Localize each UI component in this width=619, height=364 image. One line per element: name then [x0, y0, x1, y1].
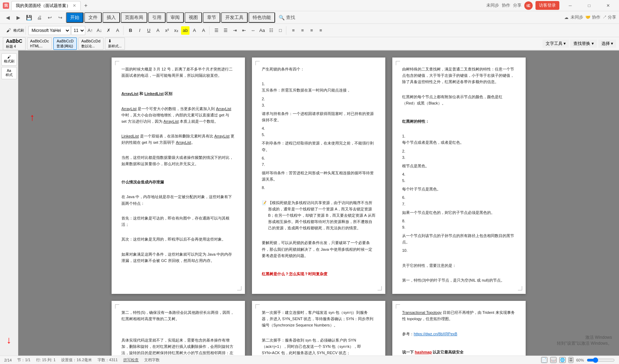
style-normal-web[interactable]: AaBbCcD 普通(网站)	[53, 38, 76, 50]
status-bar: 2/14 节：1/1 行: 15 列: 1 设置值：16.2毫米 字数：4311…	[0, 356, 619, 364]
font-color-button[interactable]: A	[113, 26, 122, 35]
bullet-list-button[interactable]: ☰	[212, 26, 221, 35]
search-label[interactable]: 查找	[286, 14, 295, 21]
page3-list9: 从一个节点到该节点的子孙节点的所有路径上包含相同数目的黑节点。	[402, 232, 516, 245]
corner-tl-3	[396, 61, 400, 65]
text-color-button[interactable]: A	[154, 26, 162, 35]
nav-back-button[interactable]: ◀	[3, 13, 13, 22]
style-new[interactable]: ⬇ 新样式...	[105, 38, 125, 50]
page2-p1: 产生死锁的条件有四个：	[262, 66, 375, 72]
italic-button[interactable]: I	[135, 26, 144, 35]
share-icon[interactable]: ↗ 分享	[603, 14, 616, 20]
page-3: 由树特殊的二叉查找树，满足普通二叉查找树的特性：任意一个节点包含的键值，大于等于…	[392, 58, 526, 294]
highlight-button[interactable]: ab	[181, 26, 189, 35]
spell-check[interactable]: 拼写检查	[123, 357, 139, 363]
select-button[interactable]: 选择 ▾	[598, 40, 616, 48]
minimize-button[interactable]: ─	[562, 1, 578, 11]
maximize-button[interactable]: □	[581, 1, 597, 11]
style-numbered[interactable]: AaBbCcDd 数以论...	[78, 38, 104, 50]
share-button[interactable]: 分享	[513, 2, 521, 8]
font-style-button[interactable]: A	[199, 26, 208, 35]
tab-close-icon[interactable]: ✕	[73, 3, 76, 8]
outline-view-button[interactable]: ☰	[568, 357, 573, 363]
new-tab-button[interactable]: +	[81, 1, 91, 10]
align-right-button[interactable]: ≡	[307, 26, 316, 35]
zoom-slider[interactable]	[587, 357, 615, 363]
menu-features[interactable]: 特色功能	[248, 12, 275, 23]
styles-panel[interactable]: Aa 样式	[1, 67, 17, 79]
page-view-button[interactable]: 📄	[541, 357, 547, 363]
increase-indent-button[interactable]: ⇥	[231, 26, 239, 35]
extra1-button[interactable]: Aa	[258, 26, 266, 35]
number-list-button[interactable]: ☰	[221, 26, 230, 35]
page-row-2: 第二，特性(5)，确保没有一条路径会比其他路径长出两倍，因而，红黑树相相对高度平…	[112, 301, 526, 356]
font-name-select[interactable]: Microsoft YaHei	[28, 26, 71, 35]
find-replace-button[interactable]: 查找替换 ▾	[570, 40, 597, 48]
format-brush-button[interactable]: 🖌	[4, 26, 13, 35]
page-4: 第二，特性(5)，确保没有一条路径会比其他路径长出两倍，因而，红黑树相相对高度平…	[112, 301, 245, 356]
document-tab[interactable]: 我的美团面经（面试题答案） ✕	[11, 1, 81, 10]
clear-format-button[interactable]: ✗	[104, 26, 113, 35]
search-icon: 🔍	[279, 15, 285, 20]
menu-insert[interactable]: 插入	[102, 12, 120, 23]
text-tool-button[interactable]: 文字工具 ▾	[543, 40, 569, 48]
page3-p1: 由树特殊的二叉查找树，满足普通二叉查找树的特性：任意一个节点包含的键值，大于等于…	[402, 66, 516, 85]
text-direction-button[interactable]: ↔	[249, 26, 257, 35]
menu-references[interactable]: 引用	[148, 12, 166, 23]
undo-button[interactable]: ↩	[45, 13, 55, 22]
web-view-button[interactable]: 🌐	[559, 357, 566, 363]
format-brush-label: 格式刷	[13, 28, 24, 33]
font-bg-button[interactable]: A	[190, 26, 199, 35]
page6-p2: 参考：https://dwz.cn/8bXRPexB	[402, 331, 516, 337]
style-heading4[interactable]: AaBbC 标题 4	[3, 37, 26, 50]
page1-p6: 首先：这些对象是可达的，即在有向图中，存在通路可以与其根活；	[121, 215, 235, 228]
page1-p1: 一面的时候大概是 3 月 12 号，距离了差不多半个月才突然进行二面面试者的电话…	[121, 66, 235, 79]
zoom-level: 60%	[576, 358, 584, 362]
note-icon: 📝	[262, 200, 267, 206]
page4-p2: 具体实现代码这里就不了，实现起来，需要包含的基本操作有增加，删除和旋转，在对红黑…	[121, 337, 235, 356]
menu-file[interactable]: 文件	[84, 12, 102, 23]
bold-button[interactable]: B	[126, 26, 135, 35]
menu-view[interactable]: 视图	[185, 12, 202, 23]
underline-button[interactable]: U	[145, 26, 153, 35]
list-section: ☰ ☰ ⇥ ⇤ ↔ Aa ☷ □	[211, 26, 286, 35]
coop-icon[interactable]: 🤝 协作	[585, 14, 600, 20]
font-shrink-button[interactable]: A↓	[95, 26, 104, 35]
style-html[interactable]: AaBbCcDc HTML...	[27, 38, 52, 49]
format-brush-panel[interactable]: 🖌 格式刷	[1, 53, 17, 66]
page3-list10: 10.	[402, 247, 516, 254]
menu-devtools[interactable]: 开发工具	[221, 12, 248, 23]
redo-button[interactable]: ↪	[55, 13, 65, 22]
page2-list1: 1.互斥条件：所需互斥数据在某一时间内只能点连接，	[262, 81, 375, 93]
align-justify-button[interactable]: ≡	[317, 26, 325, 35]
visitor-login-button[interactable]: 访客登录	[535, 1, 559, 10]
corner-br-3	[518, 286, 522, 290]
superscript-button[interactable]: x²	[163, 26, 171, 35]
save-button[interactable]: 💾	[24, 13, 34, 22]
extra3-button[interactable]: □	[276, 26, 285, 35]
close-button[interactable]: ✕	[600, 1, 616, 11]
subscript-button[interactable]: x₂	[172, 26, 180, 35]
decrease-indent-button[interactable]: ⇤	[240, 26, 248, 35]
font-size-select[interactable]: 11	[71, 26, 85, 35]
menu-review[interactable]: 审阅	[166, 12, 184, 23]
align-center-button[interactable]: ≡	[298, 26, 307, 35]
menu-start[interactable]: 开始	[66, 12, 84, 23]
print-button[interactable]: 🖨	[34, 13, 44, 22]
menu-bar: ◀ ▶ 💾 🖨 ↩ ↪ 开始 文件 插入 页面布局 引用 审阅 视图 章节 开发…	[0, 11, 619, 24]
status-bar-right: 📄 📖 🌐 ☰ 60%	[541, 357, 615, 363]
reading-view-button[interactable]: 📖	[550, 357, 557, 363]
page-count: 2/14	[4, 358, 12, 362]
menu-section[interactable]: 章节	[203, 12, 220, 23]
page6-p1: Transactional Topology 目前已经不再维护，由 Triden…	[402, 309, 516, 322]
coop-button[interactable]: 协作	[502, 2, 510, 8]
user-avatar[interactable]: tE	[524, 1, 533, 10]
cloud-status-menu: 未同步	[571, 14, 583, 20]
page2-list8: 8.	[262, 184, 375, 191]
align-left-button[interactable]: ≡	[289, 26, 298, 35]
nav-forward-button[interactable]: ▶	[13, 13, 23, 22]
document-area[interactable]: ↑ 一面的时候大概是 3 月 12 号，距离了差不多半个月才突然进行二面面试者的…	[18, 50, 619, 356]
font-grow-button[interactable]: A↑	[86, 26, 94, 35]
menu-layout[interactable]: 页面布局	[121, 12, 147, 23]
extra2-button[interactable]: ☷	[267, 26, 275, 35]
